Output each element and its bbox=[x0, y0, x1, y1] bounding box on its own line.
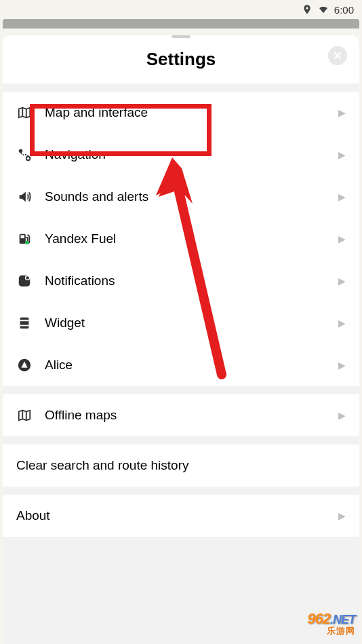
svg-rect-10 bbox=[20, 325, 29, 326]
route-icon bbox=[16, 147, 33, 163]
menu-label: Offline maps bbox=[45, 408, 338, 423]
svg-rect-8 bbox=[20, 318, 29, 329]
menu-item-notifications[interactable]: Notifications ▶ bbox=[3, 260, 359, 302]
chevron-right-icon: ▶ bbox=[338, 360, 346, 371]
volume-icon bbox=[16, 189, 33, 205]
menu-item-map-interface[interactable]: Map and interface ▶ bbox=[3, 92, 359, 134]
offline-map-icon bbox=[16, 407, 33, 423]
chevron-right-icon: ▶ bbox=[338, 410, 346, 421]
menu-item-fuel[interactable]: Yandex Fuel ▶ bbox=[3, 218, 359, 260]
svg-point-4 bbox=[25, 241, 28, 245]
chevron-right-icon: ▶ bbox=[338, 318, 346, 328]
map-icon bbox=[16, 105, 33, 121]
svg-point-7 bbox=[26, 276, 29, 280]
svg-point-1 bbox=[26, 157, 31, 161]
watermark: 962.NET 乐游网 bbox=[307, 610, 355, 637]
menu-item-alice[interactable]: Alice ▶ bbox=[3, 344, 359, 386]
wifi-icon bbox=[318, 4, 329, 15]
menu-label: Clear search and route history bbox=[16, 458, 346, 473]
menu-label: Yandex Fuel bbox=[45, 231, 338, 246]
close-button[interactable] bbox=[328, 46, 347, 65]
alice-icon bbox=[16, 357, 33, 373]
menu-item-about[interactable]: About ▶ bbox=[3, 495, 359, 537]
svg-point-0 bbox=[19, 149, 23, 153]
chevron-right-icon: ▶ bbox=[338, 107, 346, 118]
menu-label: Navigation bbox=[45, 147, 338, 162]
separator bbox=[3, 487, 359, 495]
background-strip bbox=[3, 19, 359, 29]
separator bbox=[3, 537, 359, 644]
svg-rect-3 bbox=[21, 235, 25, 239]
close-icon bbox=[334, 52, 342, 60]
chevron-right-icon: ▶ bbox=[338, 233, 346, 244]
separator bbox=[3, 386, 359, 394]
menu-item-offline-maps[interactable]: Offline maps ▶ bbox=[3, 394, 359, 436]
chevron-right-icon: ▶ bbox=[338, 191, 346, 202]
panel-grabber[interactable] bbox=[172, 35, 190, 38]
menu-item-sounds[interactable]: Sounds and alerts ▶ bbox=[3, 176, 359, 218]
location-icon bbox=[302, 4, 313, 15]
chevron-right-icon: ▶ bbox=[338, 510, 346, 521]
separator bbox=[3, 83, 359, 92]
status-bar: 6:00 bbox=[0, 0, 362, 19]
notification-icon bbox=[16, 273, 33, 289]
menu-item-widget[interactable]: Widget ▶ bbox=[3, 302, 359, 344]
fuel-icon bbox=[16, 231, 33, 247]
settings-header: Settings bbox=[3, 43, 359, 83]
menu-label: Widget bbox=[45, 316, 338, 330]
page-title: Settings bbox=[3, 49, 359, 70]
status-time: 6:00 bbox=[334, 4, 354, 16]
chevron-right-icon: ▶ bbox=[338, 149, 346, 160]
menu-label: Notifications bbox=[45, 273, 338, 288]
menu-label: About bbox=[16, 508, 338, 523]
svg-rect-9 bbox=[20, 320, 29, 321]
menu-item-navigation[interactable]: Navigation ▶ bbox=[3, 134, 359, 176]
menu-item-clear-history[interactable]: Clear search and route history bbox=[3, 444, 359, 487]
menu-label: Map and interface bbox=[45, 105, 338, 120]
settings-panel: Settings Map and interface ▶ Navigation … bbox=[3, 35, 359, 644]
menu-label: Sounds and alerts bbox=[45, 189, 338, 204]
menu-label: Alice bbox=[45, 358, 338, 373]
chevron-right-icon: ▶ bbox=[338, 276, 346, 286]
widget-icon bbox=[16, 315, 33, 331]
separator bbox=[3, 436, 359, 444]
